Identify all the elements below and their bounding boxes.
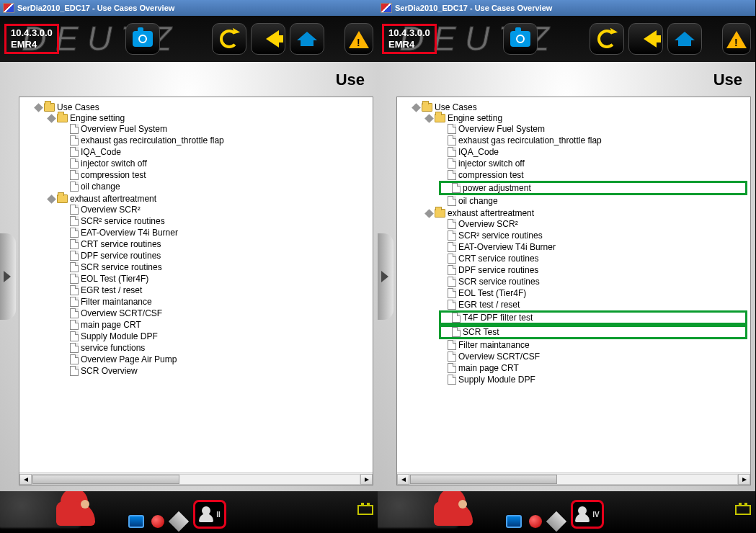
tree-item[interactable]: Overview Page Air Pump [61, 354, 370, 364]
warning-button[interactable] [344, 23, 373, 55]
tree-item[interactable]: compression test [439, 170, 747, 180]
back-button[interactable] [628, 23, 663, 55]
tree-item[interactable]: exhaust gas recirculation_throttle flap [439, 135, 747, 145]
scroll-thumb[interactable] [32, 475, 179, 484]
tree-item[interactable]: IQA_Code [439, 147, 747, 157]
tree-root[interactable]: Use Cases [413, 102, 747, 112]
user-level-button[interactable]: IV [571, 500, 604, 529]
tree-item[interactable]: main page CRT [439, 363, 747, 373]
refresh-button[interactable] [212, 23, 246, 55]
expand-sidebar-handle[interactable] [378, 233, 393, 320]
tree-item[interactable]: injector switch off [61, 158, 370, 169]
tree-item[interactable]: SCR² service routines [61, 216, 370, 226]
tree-item[interactable]: EGR test / reset [61, 285, 370, 295]
h-scrollbar[interactable]: ◂ ▸ [19, 472, 373, 485]
tree-item[interactable]: EAT-Overview T4i Burner [61, 228, 370, 238]
tree-item[interactable]: Supply Module DPF [61, 331, 370, 341]
user-level-button[interactable]: II [193, 500, 226, 529]
h-scrollbar[interactable]: ◂ ▸ [397, 472, 750, 485]
tree-item-label: EAT-Overview T4i Burner [81, 228, 178, 238]
tree-item[interactable]: T4F DPF filter test [439, 310, 747, 325]
use-cases-tree[interactable]: Use CasesEngine settingOverview Fuel Sys… [397, 97, 750, 472]
titlebar: SerDia2010_EDC17 - Use Cases Overview [0, 0, 378, 16]
tree-item[interactable]: SCR² service routines [439, 230, 747, 241]
tree-item[interactable]: EOL Test (Tier4F) [61, 274, 370, 284]
tree-item[interactable]: DPF service routines [61, 251, 370, 261]
tree-item-label: compression test [458, 170, 524, 180]
folder-icon [57, 194, 68, 203]
tree-item[interactable]: CRT service routines [61, 239, 370, 249]
version-line-2: EMR4 [388, 39, 430, 50]
tree-group[interactable]: Engine setting [426, 113, 747, 123]
tree-item[interactable]: CRT service routines [439, 254, 747, 264]
scroll-right-button[interactable]: ▸ [738, 474, 750, 485]
tree-item[interactable]: Overview SCRT/CSF [439, 351, 747, 362]
document-icon [70, 205, 79, 215]
expand-sidebar-handle[interactable] [0, 233, 16, 320]
document-icon [70, 354, 79, 364]
tree-item[interactable]: Overview SCRT/CSF [61, 308, 370, 318]
document-icon [448, 300, 456, 310]
tree-root[interactable]: Use Cases [35, 102, 370, 112]
tree-item[interactable]: Overview SCR² [61, 205, 370, 215]
use-cases-tree[interactable]: Use CasesEngine settingOverview Fuel Sys… [19, 97, 373, 472]
document-icon [448, 265, 456, 275]
tree-group-label: Engine setting [448, 113, 502, 123]
warning-button[interactable] [722, 23, 751, 55]
tree-item[interactable]: EOL Test (Tier4F) [439, 288, 747, 298]
tree-item-label: Overview SCRT/CSF [81, 308, 162, 318]
tree-item[interactable]: oil change [61, 182, 370, 192]
document-icon [70, 228, 79, 238]
version-badge: 10.4.3.0.0 EMR4 [382, 24, 437, 53]
tree-item-label: oil change [81, 182, 120, 192]
screenshot-button[interactable] [503, 23, 538, 55]
folder-icon [44, 103, 55, 112]
tree-group[interactable]: Engine setting [48, 113, 370, 123]
scroll-right-button[interactable]: ▸ [360, 474, 373, 485]
user-icon [199, 506, 213, 522]
tree-root-label: Use Cases [57, 102, 99, 112]
folder-icon [422, 103, 432, 112]
tree-item[interactable]: Overview Fuel System [439, 124, 747, 134]
tree-item-label: CRT service routines [81, 239, 161, 249]
tree-item[interactable]: oil change [439, 196, 747, 206]
tree-item[interactable]: Overview SCR² [439, 219, 747, 229]
page-title: Use [396, 68, 751, 97]
tree-item[interactable]: power adjustment [439, 181, 747, 195]
tree-item[interactable]: Filter maintanance [439, 340, 747, 350]
tree-item-label: SCR service routines [458, 277, 540, 287]
tree-group[interactable]: exhaust aftertreatment [426, 208, 747, 218]
tree-item[interactable]: SCR service routines [439, 277, 747, 287]
scroll-thumb[interactable] [410, 475, 557, 484]
tree-item-label: EAT-Overview T4i Burner [458, 242, 556, 252]
status-bar: IV [378, 491, 755, 533]
tree-item[interactable]: SCR Test [439, 325, 747, 339]
tree-item[interactable]: EGR test / reset [439, 300, 747, 310]
home-button[interactable] [290, 23, 324, 55]
home-icon [298, 32, 316, 46]
tree-item[interactable]: Overview Fuel System [61, 124, 370, 134]
tree-group[interactable]: exhaust aftertreatment [48, 194, 370, 204]
refresh-button[interactable] [590, 23, 624, 55]
document-icon [452, 183, 461, 193]
tree-item[interactable]: EAT-Overview T4i Burner [439, 242, 747, 252]
scroll-left-button[interactable]: ◂ [397, 474, 409, 485]
version-badge: 10.4.3.0.0 EMR4 [4, 24, 59, 53]
screenshot-button[interactable] [125, 23, 160, 55]
tree-item[interactable]: compression test [61, 170, 370, 180]
tree-item[interactable]: IQA_Code [61, 147, 370, 157]
tree-item-label: SCR Overview [81, 366, 138, 376]
tree-item[interactable]: service functions [61, 343, 370, 353]
tree-item[interactable]: Filter maintanance [61, 297, 370, 307]
tree-item-label: Filter maintanance [81, 297, 152, 307]
tree-item[interactable]: SCR service routines [61, 262, 370, 272]
tree-item[interactable]: exhaust gas recirculation_throttle flap [61, 135, 370, 145]
tree-item[interactable]: DPF service routines [439, 265, 747, 275]
home-button[interactable] [667, 23, 702, 55]
tree-item[interactable]: SCR Overview [61, 366, 370, 376]
tree-item[interactable]: injector switch off [439, 158, 747, 169]
tree-item[interactable]: main page CRT [61, 320, 370, 330]
scroll-left-button[interactable]: ◂ [19, 474, 32, 485]
tree-item[interactable]: Supply Module DPF [439, 375, 747, 385]
back-button[interactable] [251, 23, 285, 55]
